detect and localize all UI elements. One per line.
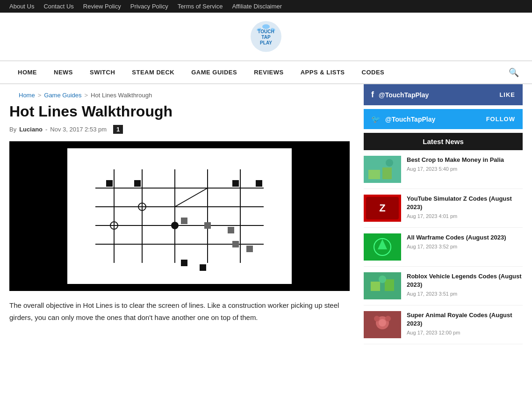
- roblox-thumb-image: [364, 272, 401, 299]
- article-puzzle-image: [72, 151, 287, 282]
- twitter-action-label: FOLLOW: [486, 116, 515, 123]
- animal-thumb-image: [364, 311, 401, 338]
- news-content-5: Super Animal Royale Codes (August 2023) …: [407, 311, 523, 338]
- news-item-4[interactable]: Roblox Vehicle Legends Codes (August 202…: [364, 267, 523, 305]
- article-meta: By Luciano - Nov 3, 2017 2:53 pm 1: [9, 125, 350, 134]
- svg-text:TAP: TAP: [261, 35, 271, 40]
- nav-apps-lists[interactable]: APPS & LISTS: [292, 61, 353, 83]
- svg-point-37: [386, 159, 393, 167]
- news-content-1: Best Crop to Make Money in Palia Aug 17,…: [407, 156, 523, 183]
- article-body: The overall objective in Hot Lines is to…: [9, 299, 350, 323]
- news-thumb-5: [364, 311, 401, 338]
- site-header: TOUCH TAP PLAY: [0, 13, 532, 60]
- svg-rect-21: [256, 180, 262, 187]
- article-image: [67, 148, 292, 284]
- topbar-tos[interactable]: Terms of Service: [178, 3, 223, 10]
- news-content-3: All Warframe Codes (August 2023) Aug 17,…: [407, 233, 523, 261]
- logo-icon: TOUCH TAP PLAY: [250, 20, 282, 53]
- comment-count-badge[interactable]: 1: [113, 125, 123, 134]
- breadcrumb-current: Hot Lines Walkthrough: [91, 92, 152, 99]
- news-thumb-4: [364, 272, 401, 299]
- svg-rect-25: [232, 241, 239, 247]
- meta-dash: -: [45, 126, 47, 133]
- nav-codes[interactable]: CODES: [353, 61, 393, 83]
- svg-rect-28: [200, 264, 206, 271]
- twitter-icon: 🐦: [371, 115, 381, 123]
- news-thumb-2: Z: [364, 195, 401, 222]
- by-label: By: [9, 126, 16, 133]
- news-date-1: Aug 17, 2023 5:40 pm: [407, 166, 523, 172]
- svg-rect-7: [72, 151, 287, 282]
- main-layout: Home > Game Guides > Hot Lines Walkthrou…: [0, 84, 532, 363]
- svg-rect-23: [204, 222, 211, 229]
- svg-rect-20: [232, 180, 239, 187]
- news-date-5: Aug 17, 2023 12:00 pm: [407, 330, 523, 335]
- latest-news-header: Latest News: [364, 133, 523, 150]
- yt-thumb-image: Z: [364, 195, 401, 222]
- top-bar: About Us Contact Us Review Policy Privac…: [0, 0, 532, 13]
- nav-home[interactable]: HOME: [9, 61, 45, 83]
- topbar-affiliate[interactable]: Affiliate Disclaimer: [232, 3, 282, 10]
- breadcrumb-section[interactable]: Game Guides: [44, 92, 81, 99]
- topbar-review[interactable]: Review Policy: [83, 3, 121, 10]
- news-date-3: Aug 17, 2023 3:52 pm: [407, 244, 523, 249]
- svg-rect-26: [246, 246, 253, 252]
- news-thumb-1: [364, 156, 401, 183]
- svg-text:Z: Z: [379, 202, 385, 214]
- news-item-3[interactable]: All Warframe Codes (August 2023) Aug 17,…: [364, 228, 523, 267]
- news-item-5[interactable]: Super Animal Royale Codes (August 2023) …: [364, 305, 523, 344]
- svg-rect-35: [368, 170, 380, 179]
- news-title-4[interactable]: Roblox Vehicle Legends Codes (August 202…: [407, 272, 523, 289]
- svg-point-47: [379, 276, 386, 283]
- facebook-handle: @TouchTapPlay: [379, 91, 429, 99]
- news-content-2: YouTube Simulator Z Codes (August 2023) …: [407, 195, 523, 222]
- site-logo[interactable]: TOUCH TAP PLAY: [250, 20, 282, 53]
- main-nav: HOME NEWS SWITCH STEAM DECK GAME GUIDES …: [0, 60, 532, 84]
- facebook-like-button[interactable]: f @TouchTapPlay LIKE: [364, 84, 523, 105]
- article-date: Nov 3, 2017 2:53 pm: [50, 126, 107, 133]
- news-title-1[interactable]: Best Crop to Make Money in Palia: [407, 156, 523, 164]
- breadcrumb-home[interactable]: Home: [19, 92, 35, 99]
- news-date-2: Aug 17, 2023 4:01 pm: [407, 213, 523, 219]
- facebook-icon: f: [371, 90, 374, 100]
- svg-point-50: [374, 316, 380, 321]
- topbar-about[interactable]: About Us: [9, 3, 34, 10]
- svg-rect-27: [181, 260, 187, 266]
- svg-rect-36: [382, 167, 392, 179]
- nav-game-guides[interactable]: GAME GUIDES: [183, 61, 245, 83]
- breadcrumb-sep1: >: [38, 92, 42, 99]
- news-content-4: Roblox Vehicle Legends Codes (August 202…: [407, 272, 523, 299]
- article-author[interactable]: Luciano: [19, 126, 43, 133]
- article-title: Hot Lines Walkthrough: [9, 102, 350, 120]
- twitter-handle: @TouchTapPlay: [385, 116, 435, 123]
- nav-news[interactable]: NEWS: [45, 61, 81, 83]
- nav-reviews[interactable]: REVIEWS: [245, 61, 292, 83]
- svg-point-52: [379, 319, 386, 327]
- news-thumb-3: [364, 233, 401, 261]
- nav-switch[interactable]: SWITCH: [81, 61, 123, 83]
- svg-rect-19: [134, 180, 141, 187]
- nav-steam-deck[interactable]: STEAM DECK: [123, 61, 183, 83]
- svg-text:PLAY: PLAY: [260, 40, 272, 45]
- twitter-follow-button[interactable]: 🐦 @TouchTapPlay FOLLOW: [364, 109, 523, 129]
- topbar-contact[interactable]: Contact Us: [43, 3, 73, 10]
- svg-point-51: [385, 316, 391, 321]
- news-title-5[interactable]: Super Animal Royale Codes (August 2023): [407, 311, 523, 328]
- news-title-2[interactable]: YouTube Simulator Z Codes (August 2023): [407, 195, 523, 211]
- svg-rect-18: [106, 180, 113, 187]
- svg-rect-45: [371, 282, 380, 291]
- svg-rect-22: [181, 218, 187, 224]
- breadcrumb: Home > Game Guides > Hot Lines Walkthrou…: [9, 84, 350, 102]
- news-title-3[interactable]: All Warframe Codes (August 2023): [407, 233, 523, 242]
- svg-rect-24: [228, 227, 234, 233]
- sidebar: f @TouchTapPlay LIKE 🐦 @TouchTapPlay FOL…: [364, 84, 523, 344]
- breadcrumb-sep2: >: [84, 92, 88, 99]
- article-section: Home > Game Guides > Hot Lines Walkthrou…: [9, 84, 350, 344]
- facebook-action-label: LIKE: [499, 91, 515, 98]
- news-item-2[interactable]: Z YouTube Simulator Z Codes (August 2023…: [364, 189, 523, 228]
- news-item-1[interactable]: Best Crop to Make Money in Palia Aug 17,…: [364, 150, 523, 189]
- topbar-privacy[interactable]: Privacy Policy: [130, 3, 168, 10]
- search-icon[interactable]: 🔍: [505, 64, 523, 81]
- news-date-4: Aug 17, 2023 3:51 pm: [407, 291, 523, 297]
- svg-rect-46: [385, 279, 394, 291]
